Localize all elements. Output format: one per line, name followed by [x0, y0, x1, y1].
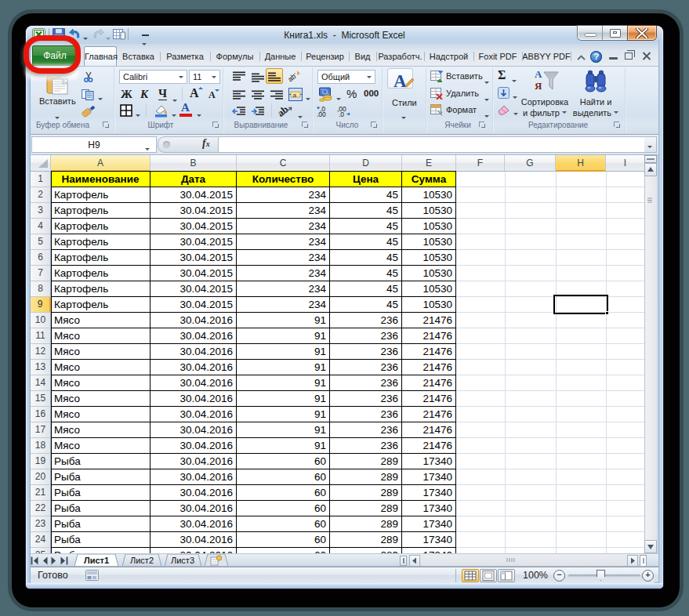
svg-text:,0: ,0 [339, 111, 344, 118]
svg-text:,00: ,00 [317, 111, 326, 118]
svg-text:a: a [293, 92, 297, 99]
svg-text:А: А [535, 68, 542, 80]
svg-text:Лист1: Лист1 [84, 556, 109, 565]
svg-text:Лист3: Лист3 [171, 556, 194, 565]
svg-text:ab: ab [288, 72, 297, 82]
svg-text:ab: ab [278, 103, 291, 118]
svg-text:A: A [393, 71, 407, 91]
svg-text:Лист2: Лист2 [130, 556, 154, 565]
svg-text:Я: Я [535, 80, 542, 92]
